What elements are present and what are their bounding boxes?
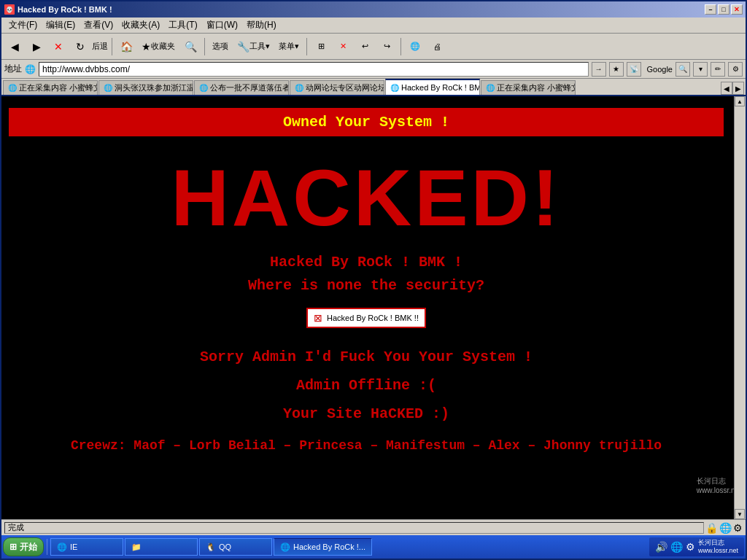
hacked-title: HACKED! <box>171 151 561 244</box>
tab-2[interactable]: 🌐 公布一批不厚道落伍者... <box>194 80 289 95</box>
stop-icon: ✕ <box>54 41 63 52</box>
edit-button[interactable]: ✏ <box>711 62 725 77</box>
google-options-button[interactable]: ▾ <box>693 62 708 77</box>
separator-2 <box>204 38 205 55</box>
print-button[interactable]: 🖨 <box>427 36 447 57</box>
scroll-down-button[interactable]: ▼ <box>735 509 745 519</box>
tab-bar: 🌐 正在采集内容 小蜜蜂文... 🌐 洞头张汉珠参加浙江温... 🌐 公布一批不… <box>1 79 746 96</box>
content-area: ▲ ▼ Owned Your System ! HACKED! Hacked B… <box>1 96 746 519</box>
menu-label: 菜单▾ <box>279 41 299 52</box>
tab-5[interactable]: 🌐 正在采集内容 小蜜蜂文... <box>481 80 576 95</box>
tray-icon-1: 🔊 <box>655 541 667 553</box>
address-rss-button[interactable]: 📡 <box>627 62 641 77</box>
tab-label-3: 动网论坛专区动网论坛... <box>306 82 384 93</box>
start-button[interactable]: ⊞ 开始 <box>3 537 44 556</box>
tab-icon-3: 🌐 <box>295 84 303 92</box>
folder-icon: 📁 <box>131 542 142 552</box>
undo-button[interactable]: ↩ <box>355 36 375 57</box>
window-icon: 💀 <box>4 4 15 15</box>
close-button[interactable]: ✕ <box>731 4 743 15</box>
hack-page: Owned Your System ! HACKED! Hacked By Ro… <box>1 96 746 519</box>
refresh-icon: ↻ <box>76 41 85 52</box>
maximize-button[interactable]: □ <box>718 4 729 15</box>
subtitle-line2: Where is none the security? <box>248 277 484 294</box>
tray-time: 长河日志www.lossr.net <box>698 539 738 555</box>
minimize-button[interactable]: – <box>705 4 716 15</box>
broken-image-icon: ⊠ <box>314 312 322 324</box>
menu-favorites[interactable]: 收藏夹(A) <box>117 18 164 33</box>
tab-icon-4: 🌐 <box>390 84 399 92</box>
search-icon: 🔍 <box>185 41 197 52</box>
windows-logo: ⊞ <box>9 542 17 552</box>
menu-window[interactable]: 窗口(W) <box>202 18 242 33</box>
home-button[interactable]: 🏠 <box>116 36 136 57</box>
tray-icon-3: ⚙ <box>686 541 695 553</box>
tab-icon-0: 🌐 <box>8 84 17 92</box>
tab-label-2: 公布一批不厚道落伍者... <box>210 82 289 93</box>
menu-view[interactable]: 查看(V) <box>80 18 117 33</box>
taskbar: ⊞ 开始 🌐 IE 📁 🐧 QQ 🌐 Hacked By RoCk !... 🔊… <box>1 535 746 559</box>
status-bar: 完成 🔒 🌐 ⚙ <box>1 519 746 535</box>
menu-button[interactable]: 菜单▾ <box>275 36 303 57</box>
tools-button[interactable]: 🔧 工具▾ <box>233 36 274 57</box>
tab-3[interactable]: 🌐 动网论坛专区动网论坛... <box>290 80 384 95</box>
separator-1 <box>112 38 112 55</box>
addon-button[interactable]: ⚙ <box>728 62 743 77</box>
separator-4 <box>400 38 401 55</box>
message-2: Admin Offline :( <box>296 377 436 394</box>
menu-bar: 文件(F) 编辑(E) 查看(V) 收藏夹(A) 工具(T) 窗口(W) 帮助(… <box>1 18 746 34</box>
address-label: 地址 <box>4 63 22 75</box>
redo-button[interactable]: ↪ <box>376 36 397 57</box>
subtitle: Hacked By RoCk ! BMK ! Where is none the… <box>248 251 484 298</box>
scroll-up-button[interactable]: ▲ <box>735 96 745 106</box>
back-icon: ◀ <box>11 41 19 52</box>
taskbar-ie[interactable]: 🌐 IE <box>50 538 123 556</box>
address-input[interactable] <box>39 62 589 77</box>
menu-file[interactable]: 文件(F) <box>4 18 42 33</box>
window-title: Hacked By RoCk ! BMK ! <box>18 5 112 14</box>
tab-icon-1: 🌐 <box>104 84 112 92</box>
grid-button[interactable]: ⊞ <box>311 36 331 57</box>
back-button[interactable]: ◀ <box>4 36 25 57</box>
status-text: 完成 <box>4 522 704 534</box>
options-button[interactable]: 选项 <box>209 36 232 57</box>
menu-edit[interactable]: 编辑(E) <box>42 18 80 33</box>
address-go-button[interactable]: → <box>592 62 606 77</box>
taskbar-folder[interactable]: 📁 <box>125 538 198 556</box>
tab-label-1: 洞头张汉珠参加浙江温... <box>115 82 193 93</box>
scroll-track <box>735 106 746 509</box>
tab-label-5: 正在采集内容 小蜜蜂文... <box>497 82 576 93</box>
start-label: 开始 <box>20 541 37 553</box>
forward-button[interactable]: ▶ <box>26 36 47 57</box>
toolbar: ◀ ▶ ✕ ↻ 后退 🏠 ★ 收藏夹 🔍 选项 🔧 工具▾ <box>1 34 746 60</box>
tab-4[interactable]: 🌐 Hacked By RoCk ! BMK ! <box>385 79 480 95</box>
home-icon: 🏠 <box>120 41 133 52</box>
broken-image-label: Hacked By RoCk ! BMK !! <box>327 314 419 322</box>
tab-1[interactable]: 🌐 洞头张汉珠参加浙江温... <box>98 80 193 95</box>
address-star-button[interactable]: ★ <box>609 62 624 77</box>
menu-tools[interactable]: 工具(T) <box>164 18 201 33</box>
scrollbar[interactable]: ▲ ▼ <box>734 96 746 519</box>
taskbar-hacked[interactable]: 🌐 Hacked By RoCk !... <box>274 538 372 556</box>
refresh-button[interactable]: ↻ <box>70 36 90 57</box>
close-tab-button[interactable]: ✕ <box>333 36 353 57</box>
favorites-button[interactable]: ★ 收藏夹 <box>138 36 179 57</box>
google-search-button[interactable]: 🔍 <box>676 62 690 77</box>
extra-button[interactable]: 🌐 <box>405 36 425 57</box>
search-button[interactable]: 🔍 <box>180 36 201 57</box>
tab-prev-button[interactable]: ◀ <box>721 82 732 95</box>
taskbar-qq[interactable]: 🐧 QQ <box>199 538 272 556</box>
qq-icon: 🐧 <box>206 542 216 552</box>
tab-0[interactable]: 🌐 正在采集内容 小蜜蜂文... <box>3 80 98 95</box>
tab-label-4: Hacked By RoCk ! BMK ! <box>401 83 480 92</box>
tab-next-button[interactable]: ▶ <box>732 82 744 95</box>
tab-label-0: 正在采集内容 小蜜蜂文... <box>19 82 98 93</box>
menu-help[interactable]: 帮助(H) <box>242 18 281 33</box>
loading-text: 后退 <box>92 41 108 52</box>
message-1: Sorry Admin I'd Fuck You Your System ! <box>200 349 533 365</box>
status-icon-3: ⚙ <box>733 522 743 534</box>
status-icon-1: 🔒 <box>705 522 718 534</box>
ie-label: IE <box>70 542 77 551</box>
stop-button[interactable]: ✕ <box>48 36 69 57</box>
tab-icon-2: 🌐 <box>199 84 208 92</box>
